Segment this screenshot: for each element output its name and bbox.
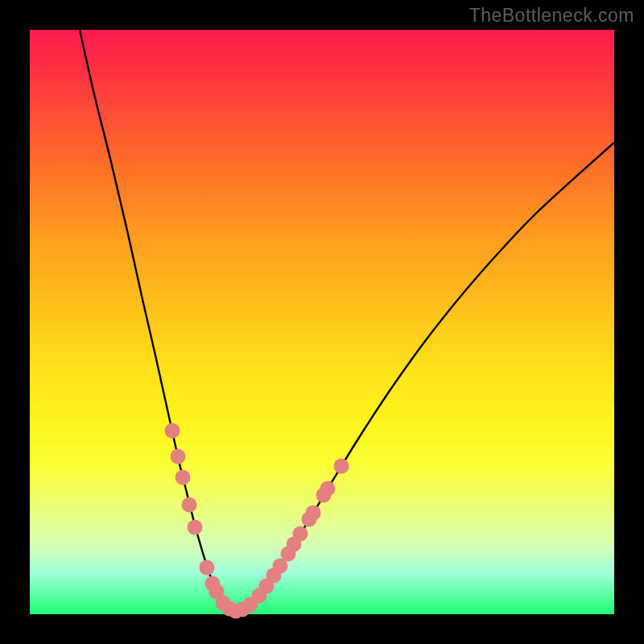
data-dot xyxy=(334,459,349,474)
data-dot xyxy=(171,449,186,464)
data-dot xyxy=(175,470,191,485)
chart-frame: TheBottleneck.com xyxy=(0,0,644,644)
data-dot xyxy=(320,481,336,497)
data-dot xyxy=(182,497,197,513)
data-dot xyxy=(200,560,215,576)
data-dot xyxy=(188,520,203,535)
plot-area xyxy=(30,30,614,614)
bottleneck-curve xyxy=(80,30,614,611)
curve-svg xyxy=(30,30,614,614)
curve-dots xyxy=(165,423,349,619)
data-dot xyxy=(293,526,308,542)
watermark-text: TheBottleneck.com xyxy=(469,5,634,27)
data-dot xyxy=(165,423,180,439)
data-dot xyxy=(306,506,321,521)
